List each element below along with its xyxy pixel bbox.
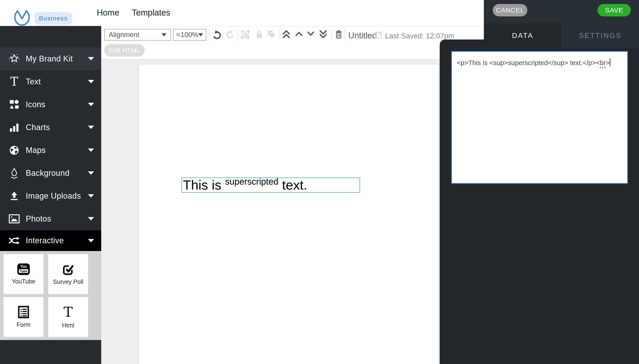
alignment-label: Alignment xyxy=(109,31,140,39)
zoom-value: 100% xyxy=(181,31,198,39)
tile-html[interactable]: T Html xyxy=(48,297,88,337)
group-icon[interactable] xyxy=(240,30,250,39)
code-text: > xyxy=(606,59,610,66)
send-to-back-icon[interactable] xyxy=(319,29,328,39)
top-nav: Business Home Templates xyxy=(0,0,484,26)
delete-trash-icon[interactable] xyxy=(335,30,342,39)
youtube-icon-text: Tube xyxy=(18,269,29,274)
globe-icon xyxy=(7,145,21,156)
tile-label: YouTube xyxy=(12,278,35,285)
sidebar-item-image-uploads[interactable]: Image Uploads xyxy=(0,184,101,207)
tile-survey-poll[interactable]: Survey Poll xyxy=(48,254,88,294)
search-icon xyxy=(176,32,181,38)
chevron-down-icon xyxy=(88,57,94,60)
chevron-down-icon xyxy=(88,126,94,129)
chevron-down-icon xyxy=(88,80,94,83)
shapes-icon xyxy=(7,99,21,110)
canvas-text: text. xyxy=(278,178,307,192)
sidebar-item-label: Maps xyxy=(26,146,46,155)
business-plan-badge: Business xyxy=(34,12,72,25)
sidebar-item-label: My Brand Kit xyxy=(26,54,73,64)
sidebar-item-label: Interactive xyxy=(26,236,64,245)
redo-icon[interactable] xyxy=(226,30,235,39)
sidebar-item-label: Text xyxy=(26,77,41,86)
tile-form[interactable]: Form xyxy=(4,297,44,337)
nav-home[interactable]: Home xyxy=(97,8,119,18)
duplicate-icon[interactable] xyxy=(266,30,276,39)
save-button[interactable]: SAVE xyxy=(598,4,631,16)
toolbar-separator xyxy=(209,29,210,41)
chevron-down-icon xyxy=(88,148,94,152)
sidebar-item-charts[interactable]: Charts xyxy=(0,116,101,139)
tile-label: Survey Poll xyxy=(53,278,84,286)
text-icon: T xyxy=(7,76,21,88)
lock-icon[interactable] xyxy=(255,30,264,39)
chevron-down-icon xyxy=(88,103,94,106)
undo-icon[interactable] xyxy=(212,30,222,40)
editor-toolbar: Alignment 100% xyxy=(101,26,484,59)
sidebar-item-text[interactable]: T Text xyxy=(0,70,101,93)
chevron-down-icon xyxy=(88,171,94,175)
canvas-text-superscript: superscripted xyxy=(225,177,278,186)
chevron-down-icon xyxy=(88,194,94,198)
sidebar-item-icons[interactable]: Icons xyxy=(0,93,101,116)
code-text: <p>This is <sup>superscripted</sup> text… xyxy=(457,59,600,66)
zoom-dropdown[interactable]: 100% xyxy=(173,29,206,40)
shuffle-icon xyxy=(7,236,21,245)
chevron-down-icon xyxy=(88,239,94,242)
sidebar-item-label: Icons xyxy=(26,100,46,109)
toolbar-separator xyxy=(280,29,280,41)
survey-check-icon xyxy=(62,263,74,276)
chevron-down-icon xyxy=(88,217,94,220)
bring-to-front-icon[interactable] xyxy=(282,29,291,39)
toolbar-separator xyxy=(331,29,332,41)
last-saved-status: Last Saved: 12:07pm xyxy=(385,32,454,40)
tab-data[interactable]: DATA xyxy=(484,23,562,48)
toolbar-separator xyxy=(344,29,345,41)
sidebar-item-photos[interactable]: Photos xyxy=(0,207,101,230)
tile-label: Form xyxy=(17,322,31,328)
sidebar-item-label: Background xyxy=(26,168,70,178)
nav-templates[interactable]: Templates xyxy=(132,8,170,18)
bar-chart-icon xyxy=(7,122,21,132)
tab-settings[interactable]: SETTINGS xyxy=(562,23,639,48)
chevron-down-icon xyxy=(162,33,166,36)
cancel-button[interactable]: CANCEL xyxy=(493,4,527,16)
canvas-text: This is xyxy=(183,178,225,192)
sidebar-item-label: Image Uploads xyxy=(26,191,81,201)
photo-icon xyxy=(7,214,21,224)
form-icon xyxy=(18,306,30,318)
youtube-icon-text: You xyxy=(20,265,27,268)
send-backward-icon[interactable] xyxy=(307,31,314,36)
sidebar-item-maps[interactable]: Maps xyxy=(0,139,101,162)
text-cursor xyxy=(610,58,610,66)
star-icon xyxy=(7,53,21,64)
code-text-misspelled: br xyxy=(600,59,606,66)
youtube-icon: You Tube xyxy=(17,264,30,275)
toolbar-separator xyxy=(238,29,238,41)
interactive-panel: You Tube YouTube Survey Poll Form T Html xyxy=(0,251,101,340)
sidebar-item-background[interactable]: Background xyxy=(0,162,101,184)
droplet-icon xyxy=(7,168,21,179)
visme-logo-icon[interactable] xyxy=(14,8,30,26)
canvas-page[interactable] xyxy=(139,64,439,364)
data-panel-header: CANCEL SAVE DATA SETTINGS xyxy=(484,0,639,48)
sidebar-item-my-brand-kit[interactable]: My Brand Kit xyxy=(0,47,101,70)
project-title[interactable]: Untitled xyxy=(348,31,377,40)
sidebar-item-label: Photos xyxy=(26,214,51,224)
selected-text-element[interactable]: This is superscripted text. xyxy=(182,178,360,193)
alignment-dropdown[interactable]: Alignment xyxy=(104,29,171,40)
sidebar-item-interactive[interactable]: Interactive xyxy=(0,230,101,251)
html-code-input[interactable]: <p>This is <sup>superscripted</sup> text… xyxy=(451,51,628,184)
upload-icon xyxy=(7,191,21,201)
sidebar-item-label: Charts xyxy=(26,123,50,132)
tile-youtube[interactable]: You Tube YouTube xyxy=(4,254,44,294)
bring-forward-icon[interactable] xyxy=(295,31,303,36)
rename-edit-icon[interactable] xyxy=(374,30,383,39)
edit-html-button[interactable]: Edit HTML xyxy=(104,44,145,56)
html-text-icon: T xyxy=(64,305,72,319)
chevron-down-icon xyxy=(198,33,203,36)
tile-label: Html xyxy=(62,322,74,329)
